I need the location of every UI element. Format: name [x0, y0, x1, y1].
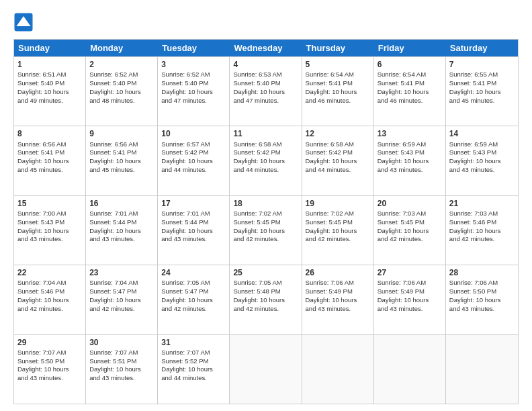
day-number: 7	[449, 59, 515, 70]
day-info: Daylight: 10 hours	[306, 88, 370, 97]
day-info: Sunset: 5:40 PM	[89, 79, 154, 88]
day-number: 3	[161, 59, 226, 70]
day-info: Daylight: 10 hours	[161, 365, 226, 374]
day-info: and 44 minutes.	[306, 166, 370, 175]
calendar-cell: 21Sunrise: 7:03 AMSunset: 5:46 PMDayligh…	[446, 196, 518, 265]
day-info: Daylight: 10 hours	[17, 88, 82, 97]
day-info: Sunset: 5:47 PM	[161, 287, 226, 296]
calendar-cell: 28Sunrise: 7:06 AMSunset: 5:50 PMDayligh…	[446, 265, 518, 334]
day-info: Sunset: 5:41 PM	[17, 148, 82, 157]
calendar-cell: 12Sunrise: 6:58 AMSunset: 5:42 PMDayligh…	[302, 126, 374, 195]
day-info: Sunset: 5:50 PM	[449, 287, 515, 296]
day-info: Sunrise: 6:56 AM	[89, 140, 154, 149]
day-info: Sunrise: 7:07 AM	[17, 349, 82, 357]
day-info: Daylight: 10 hours	[233, 296, 298, 305]
day-number: 26	[306, 267, 370, 278]
calendar-cell: 18Sunrise: 7:02 AMSunset: 5:45 PMDayligh…	[230, 196, 302, 265]
day-info: Daylight: 10 hours	[17, 227, 82, 236]
day-info: and 48 minutes.	[89, 97, 154, 105]
day-info: Daylight: 10 hours	[89, 88, 154, 97]
day-info: Sunset: 5:45 PM	[378, 218, 442, 227]
day-info: Sunset: 5:41 PM	[449, 79, 515, 88]
calendar-cell: 20Sunrise: 7:03 AMSunset: 5:45 PMDayligh…	[374, 196, 446, 265]
calendar-cell: 14Sunrise: 6:59 AMSunset: 5:43 PMDayligh…	[446, 126, 518, 195]
day-info: Daylight: 10 hours	[449, 88, 515, 97]
day-info: and 42 minutes.	[233, 235, 298, 244]
logo-icon	[13, 12, 34, 32]
day-info: and 47 minutes.	[233, 97, 298, 105]
day-number: 30	[89, 337, 154, 348]
day-info: Sunrise: 6:58 AM	[233, 140, 298, 149]
day-info: and 44 minutes.	[161, 374, 226, 383]
day-info: Sunset: 5:44 PM	[89, 218, 154, 227]
calendar-cell: 11Sunrise: 6:58 AMSunset: 5:42 PMDayligh…	[230, 126, 302, 195]
day-info: Sunset: 5:43 PM	[378, 148, 442, 157]
day-info: Sunrise: 6:58 AM	[306, 140, 370, 149]
calendar-cell	[302, 335, 374, 404]
day-info: Sunset: 5:49 PM	[306, 287, 370, 296]
day-info: Daylight: 10 hours	[449, 296, 515, 305]
day-info: Sunset: 5:43 PM	[449, 148, 515, 157]
day-number: 29	[17, 337, 82, 348]
day-info: Sunset: 5:42 PM	[161, 148, 226, 157]
day-number: 13	[378, 128, 442, 139]
day-info: and 43 minutes.	[17, 374, 82, 383]
day-info: and 43 minutes.	[449, 166, 515, 175]
calendar-cell: 13Sunrise: 6:59 AMSunset: 5:43 PMDayligh…	[374, 126, 446, 195]
calendar-cell: 10Sunrise: 6:57 AMSunset: 5:42 PMDayligh…	[158, 126, 230, 195]
day-info: Daylight: 10 hours	[233, 227, 298, 236]
day-info: Daylight: 10 hours	[378, 88, 442, 97]
calendar-cell: 23Sunrise: 7:04 AMSunset: 5:47 PMDayligh…	[86, 265, 158, 334]
day-info: Daylight: 10 hours	[89, 157, 154, 166]
day-info: and 43 minutes.	[449, 305, 515, 314]
day-info: and 42 minutes.	[89, 305, 154, 314]
day-number: 5	[306, 59, 370, 70]
day-info: Daylight: 10 hours	[161, 157, 226, 166]
day-info: Sunset: 5:51 PM	[89, 357, 154, 366]
day-number: 8	[17, 128, 82, 139]
calendar-cell: 6Sunrise: 6:54 AMSunset: 5:41 PMDaylight…	[374, 57, 446, 126]
day-info: Sunset: 5:40 PM	[161, 79, 226, 88]
calendar-cell: 1Sunrise: 6:51 AMSunset: 5:40 PMDaylight…	[14, 57, 86, 126]
calendar: SundayMondayTuesdayWednesdayThursdayFrid…	[13, 39, 519, 404]
day-info: Sunset: 5:49 PM	[378, 287, 442, 296]
logo	[13, 12, 36, 32]
day-info: and 46 minutes.	[378, 97, 442, 105]
day-info: and 42 minutes.	[233, 305, 298, 314]
day-number: 24	[161, 267, 226, 278]
day-info: Sunrise: 6:51 AM	[17, 71, 82, 79]
calendar-header-cell: Friday	[374, 40, 446, 56]
day-info: and 42 minutes.	[161, 305, 226, 314]
day-info: and 49 minutes.	[17, 97, 82, 105]
day-info: Sunset: 5:52 PM	[161, 357, 226, 366]
day-info: Sunrise: 7:06 AM	[449, 279, 515, 287]
day-info: Sunrise: 7:01 AM	[89, 210, 154, 218]
day-info: Daylight: 10 hours	[378, 227, 442, 236]
calendar-cell: 25Sunrise: 7:05 AMSunset: 5:48 PMDayligh…	[230, 265, 302, 334]
calendar-header-cell: Monday	[86, 40, 158, 56]
day-info: Sunrise: 6:53 AM	[233, 71, 298, 79]
day-info: Daylight: 10 hours	[233, 88, 298, 97]
day-info: and 42 minutes.	[449, 235, 515, 244]
day-info: Sunset: 5:50 PM	[17, 357, 82, 366]
day-number: 12	[306, 128, 370, 139]
day-info: Daylight: 10 hours	[17, 157, 82, 166]
day-info: and 45 minutes.	[17, 166, 82, 175]
day-info: and 45 minutes.	[89, 166, 154, 175]
calendar-header-cell: Saturday	[446, 40, 518, 56]
day-info: Sunset: 5:41 PM	[89, 148, 154, 157]
day-info: and 42 minutes.	[17, 305, 82, 314]
day-info: and 43 minutes.	[89, 235, 154, 244]
day-info: Sunset: 5:40 PM	[17, 79, 82, 88]
day-number: 15	[17, 198, 82, 209]
day-info: Daylight: 10 hours	[306, 296, 370, 305]
day-info: Sunrise: 6:56 AM	[17, 140, 82, 149]
day-info: Daylight: 10 hours	[161, 88, 226, 97]
day-number: 11	[233, 128, 298, 139]
day-info: Daylight: 10 hours	[449, 227, 515, 236]
calendar-cell: 4Sunrise: 6:53 AMSunset: 5:40 PMDaylight…	[230, 57, 302, 126]
day-info: Daylight: 10 hours	[17, 296, 82, 305]
day-number: 20	[378, 198, 442, 209]
calendar-header: SundayMondayTuesdayWednesdayThursdayFrid…	[14, 40, 518, 56]
day-info: and 44 minutes.	[161, 166, 226, 175]
